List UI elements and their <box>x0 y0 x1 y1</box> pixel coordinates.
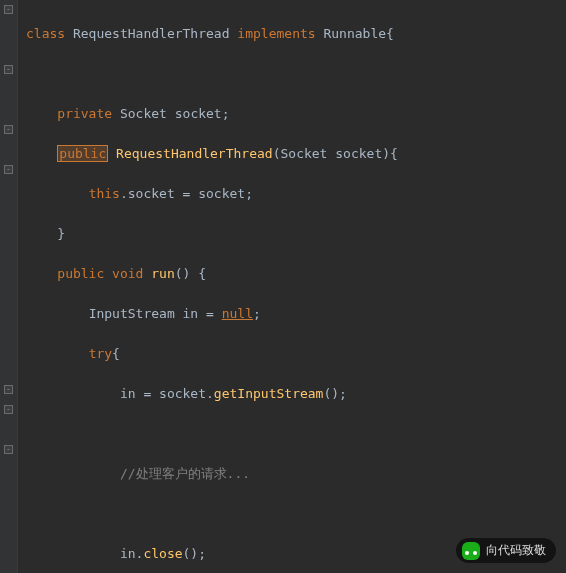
fold-marker[interactable]: - <box>4 405 13 414</box>
code-editor[interactable]: - - - - - - - class RequestHandlerThread… <box>0 0 566 573</box>
watermark-text: 向代码致敬 <box>486 543 546 557</box>
fold-marker[interactable]: - <box>4 165 13 174</box>
code-line: class RequestHandlerThread implements Ru… <box>26 24 543 44</box>
code-line: //处理客户的请求... <box>26 464 543 484</box>
fold-marker[interactable]: - <box>4 5 13 14</box>
code-line <box>26 424 543 444</box>
fold-marker[interactable]: - <box>4 445 13 454</box>
code-line <box>26 504 543 524</box>
code-line: this.socket = socket; <box>26 184 543 204</box>
code-line: InputStream in = null; <box>26 304 543 324</box>
code-line: public void run() { <box>26 264 543 284</box>
code-area[interactable]: class RequestHandlerThread implements Ru… <box>18 0 543 573</box>
fold-marker[interactable]: - <box>4 385 13 394</box>
fold-marker[interactable]: - <box>4 125 13 134</box>
code-line: public RequestHandlerThread(Socket socke… <box>26 144 543 164</box>
code-line: private Socket socket; <box>26 104 543 124</box>
watermark-badge: 向代码致敬 <box>456 538 556 563</box>
code-line: in = socket.getInputStream(); <box>26 384 543 404</box>
fold-marker[interactable]: - <box>4 65 13 74</box>
code-line: } <box>26 224 543 244</box>
code-line: try{ <box>26 344 543 364</box>
code-line <box>26 64 543 84</box>
gutter: - - - - - - - <box>0 0 18 573</box>
wechat-icon <box>462 542 480 560</box>
